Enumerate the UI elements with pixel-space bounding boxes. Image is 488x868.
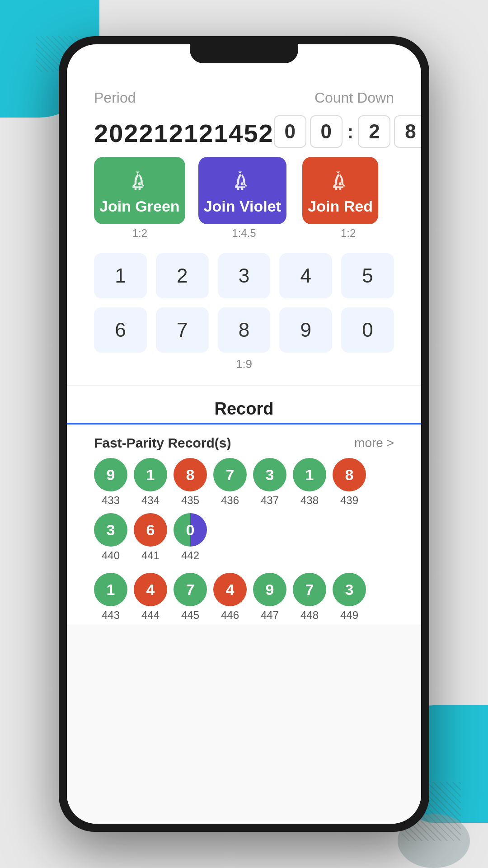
phone-screen: Period Count Down 202212121452 0 0 : 2 8 [67,44,421,824]
number-grid: 1 2 3 4 5 6 7 8 9 0 1:9 [67,253,421,376]
num-437: 437 [261,494,279,507]
record-item-448: 7 448 [293,573,326,622]
header-bottom-row: 202212121452 0 0 : 2 8 [94,112,394,148]
countdown-digit-2: 2 [358,115,390,148]
record-item-440: 3 440 [94,513,127,562]
countdown-row: 0 0 : 2 8 [274,115,421,148]
grid-ratio: 1:9 [94,357,394,371]
rocket-green-icon [127,170,152,194]
countdown-digit-0: 0 [274,115,306,148]
record-item-447: 9 447 [253,573,286,622]
more-link[interactable]: more > [354,436,394,450]
circle-437[interactable]: 3 [253,458,286,491]
record-item-433: 9 433 [94,458,127,507]
number-row-2: 6 7 8 9 0 [94,307,394,353]
record-item-438: 1 438 [293,458,326,507]
number-5[interactable]: 5 [341,253,394,298]
num-435: 435 [181,494,199,507]
num-441: 441 [141,549,160,562]
countdown-digit-1: 0 [310,115,343,148]
number-7[interactable]: 7 [156,307,209,353]
number-4[interactable]: 4 [279,253,332,298]
fast-parity-title: Fast-Parity Record(s) [94,435,231,451]
record-item-435: 8 435 [174,458,207,507]
phone-frame: Period Count Down 202212121452 0 0 : 2 8 [59,36,429,832]
countdown-digit-3: 8 [394,115,421,148]
record-item-436: 7 436 [213,458,247,507]
number-1[interactable]: 1 [94,253,147,298]
num-436: 436 [221,494,239,507]
record-item-442: 0 442 [174,513,207,562]
record-item-434: 1 434 [134,458,167,507]
circle-439[interactable]: 8 [333,458,366,491]
circle-444[interactable]: 4 [134,573,167,606]
num-439: 439 [340,494,358,507]
record-item-445: 7 445 [174,573,207,622]
join-green-label: Join Green [99,198,180,215]
divider [67,385,421,386]
join-green-button[interactable]: Join Green [94,157,185,224]
header-section: Period Count Down 202212121452 0 0 : 2 8 [67,71,421,157]
num-448: 448 [300,609,319,622]
number-6[interactable]: 6 [94,307,147,353]
number-row-1: 1 2 3 4 5 [94,253,394,298]
record-row-1: 9 433 1 434 8 435 7 436 [94,458,394,562]
record-section: Fast-Parity Record(s) more > 9 433 1 434… [67,425,421,624]
number-3[interactable]: 3 [218,253,271,298]
record-row-2: 1 443 4 444 7 445 4 446 [94,573,394,624]
bottom-area [67,624,421,824]
period-row: Period Count Down [94,90,394,106]
record-item-443: 1 443 [94,573,127,622]
join-red-button[interactable]: Join Red [302,157,378,224]
circle-449[interactable]: 3 [333,573,366,606]
number-9[interactable]: 9 [279,307,332,353]
circle-440[interactable]: 3 [94,513,127,547]
join-violet-label: Join Violet [204,198,281,215]
circle-442[interactable]: 0 [174,513,207,547]
countdown-label: Count Down [314,90,394,106]
join-buttons-row: Join Green 1:2 Join Violet 1:4.5 [67,157,421,240]
join-green-ratio: 1:2 [94,227,186,240]
notch [190,44,298,63]
num-440: 440 [102,549,120,562]
number-8[interactable]: 8 [218,307,271,353]
record-item-449: 3 449 [333,573,366,622]
circle-446[interactable]: 4 [213,573,247,606]
circle-435[interactable]: 8 [174,458,207,491]
fast-parity-header: Fast-Parity Record(s) more > [94,425,394,458]
app-content: Period Count Down 202212121452 0 0 : 2 8 [67,44,421,824]
num-445: 445 [181,609,199,622]
num-449: 449 [340,609,358,622]
record-item-441: 6 441 [134,513,167,562]
num-438: 438 [300,494,319,507]
circle-438[interactable]: 1 [293,458,326,491]
rocket-red-icon [328,170,352,194]
circle-447[interactable]: 9 [253,573,286,606]
num-447: 447 [261,609,279,622]
record-item-446: 4 446 [213,573,247,622]
number-2[interactable]: 2 [156,253,209,298]
circle-445[interactable]: 7 [174,573,207,606]
period-value: 202212121452 [94,118,274,148]
circle-448[interactable]: 7 [293,573,326,606]
join-red-wrapper: Join Red 1:2 [302,157,394,240]
rocket-violet-icon [230,170,254,194]
record-item-444: 4 444 [134,573,167,622]
num-433: 433 [102,494,120,507]
circle-436[interactable]: 7 [213,458,247,491]
circle-433[interactable]: 9 [94,458,127,491]
join-violet-ratio: 1:4.5 [198,227,290,240]
join-violet-wrapper: Join Violet 1:4.5 [198,157,290,240]
record-item-439: 8 439 [333,458,366,507]
join-red-ratio: 1:2 [302,227,394,240]
join-violet-button[interactable]: Join Violet [198,157,286,224]
circle-434[interactable]: 1 [134,458,167,491]
circle-443[interactable]: 1 [94,573,127,606]
num-446: 446 [221,609,239,622]
join-green-wrapper: Join Green 1:2 [94,157,186,240]
num-434: 434 [141,494,160,507]
circle-441[interactable]: 6 [134,513,167,547]
countdown-colon: : [347,120,354,143]
num-443: 443 [102,609,120,622]
number-0[interactable]: 0 [341,307,394,353]
